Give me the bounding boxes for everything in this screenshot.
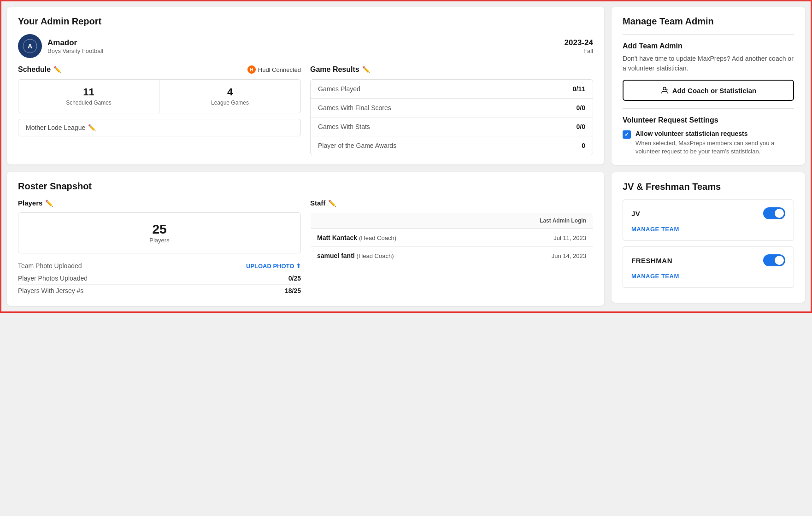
- scheduled-games-count: 11: [26, 86, 152, 98]
- volunteer-settings-heading: Volunteer Request Settings: [623, 116, 794, 124]
- team-info-row: A Amador Boys Varsity Football 2023-24 F…: [18, 34, 593, 58]
- add-coach-button-label: Add Coach or Statistician: [672, 87, 757, 94]
- jv-team-row-header: JV: [631, 207, 785, 219]
- team-logo: A: [18, 34, 42, 58]
- add-admin-desc: Don't have time to update MaxPreps? Add …: [623, 54, 794, 73]
- jv-team-name: JV: [631, 210, 640, 217]
- roster-snapshot-title: Roster Snapshot: [18, 181, 593, 192]
- checkbox-text: Allow volunteer statistician requests Wh…: [635, 130, 794, 156]
- schedule-edit-icon[interactable]: ✏️: [53, 66, 61, 73]
- players-count: 25: [28, 222, 291, 237]
- stat-jersey: Players With Jersey #s 18/25: [18, 285, 301, 297]
- svg-text:A: A: [28, 42, 32, 50]
- stat-team-photo: Team Photo Uploaded UPLOAD PHOTO ⬆: [18, 260, 301, 272]
- staff-login-1: Jun 14, 2023: [482, 247, 593, 265]
- freshman-manage-team-link[interactable]: MANAGE TEAM: [631, 273, 679, 280]
- checkbox-desc: When selected, MaxPreps members can send…: [635, 139, 794, 156]
- stat-player-photos: Player Photos Uploaded 0/25: [18, 272, 301, 285]
- staff-section: Staff ✏️ Last Admin Login: [310, 199, 593, 297]
- result-row-0: Games Played 0/11: [311, 80, 593, 99]
- game-results-heading: Game Results ✏️: [310, 65, 593, 74]
- staff-member-1: samuel fantl (Head Coach): [311, 247, 482, 265]
- scheduled-games-cell: 11 Scheduled Games: [18, 80, 159, 113]
- divider-2: [623, 108, 794, 109]
- admin-report-title: Your Admin Report: [18, 16, 593, 27]
- freshman-team-row: FRESHMAN MANAGE TEAM: [623, 246, 794, 288]
- staff-name-col-header: [311, 213, 482, 229]
- game-results-section: Game Results ✏️ Games Played 0/11 Games …: [310, 65, 593, 155]
- hudl-badge: H Hudl Connected: [247, 65, 301, 74]
- league-games-label: League Games: [211, 100, 249, 106]
- manage-team-admin-title: Manage Team Admin: [623, 16, 794, 27]
- report-body: Schedule ✏️ H Hudl Connected 11 Schedule…: [18, 65, 593, 155]
- hudl-icon: H: [247, 65, 256, 74]
- staff-login-0: Jul 11, 2023: [482, 229, 593, 247]
- result-row-3: Player of the Game Awards 0: [311, 136, 593, 155]
- staff-member-0: Matt Kantack (Head Coach): [311, 229, 482, 247]
- staff-heading: Staff ✏️: [310, 199, 593, 207]
- staff-row-1: samuel fantl (Head Coach) Jun 14, 2023: [311, 247, 593, 265]
- players-edit-icon[interactable]: ✏️: [45, 199, 53, 207]
- season-label: Fall: [565, 47, 593, 54]
- checkbox-label: Allow volunteer statistician requests: [635, 130, 794, 137]
- results-table: Games Played 0/11 Games With Final Score…: [310, 79, 593, 155]
- league-row: Mother Lode League ✏️: [18, 119, 301, 136]
- jv-freshman-card: JV & Freshman Teams JV MANAGE TEAM FRESH…: [612, 172, 805, 303]
- games-grid: 11 Scheduled Games 4 League Games: [18, 79, 301, 113]
- game-results-edit-icon[interactable]: ✏️: [362, 66, 370, 73]
- league-name: Mother Lode League: [26, 124, 85, 131]
- jv-toggle[interactable]: [763, 207, 785, 219]
- svg-point-2: [663, 87, 666, 90]
- volunteer-checkbox[interactable]: [623, 130, 631, 139]
- player-stats-list: Team Photo Uploaded UPLOAD PHOTO ⬆ Playe…: [18, 260, 301, 297]
- staff-table: Last Admin Login Matt Kantack (Head Coac…: [310, 212, 593, 265]
- jv-team-row: JV MANAGE TEAM: [623, 199, 794, 241]
- upload-photo-link[interactable]: UPLOAD PHOTO ⬆: [246, 263, 301, 270]
- result-row-1: Games With Final Scores 0/0: [311, 99, 593, 117]
- add-coach-button[interactable]: Add Coach or Statistician: [623, 80, 794, 101]
- divider-1: [623, 34, 794, 35]
- roster-body: Players ✏️ 25 Players Team Photo Uploade…: [18, 199, 593, 297]
- scheduled-games-label: Scheduled Games: [66, 100, 112, 106]
- staff-login-col-header: Last Admin Login: [482, 213, 593, 229]
- add-team-admin-heading: Add Team Admin: [623, 42, 794, 50]
- players-box: 25 Players: [18, 212, 301, 253]
- season-info: 2023-24 Fall: [565, 38, 593, 54]
- freshman-toggle[interactable]: [763, 254, 785, 266]
- admin-report-card: Your Admin Report A Amador Boys Varsity …: [7, 7, 604, 164]
- league-edit-icon[interactable]: ✏️: [88, 124, 96, 131]
- jv-manage-team-link[interactable]: MANAGE TEAM: [631, 226, 679, 233]
- players-section: Players ✏️ 25 Players Team Photo Uploade…: [18, 199, 301, 297]
- staff-edit-icon[interactable]: ✏️: [328, 199, 336, 207]
- team-subtitle: Boys Varsity Football: [47, 47, 103, 54]
- schedule-section: Schedule ✏️ H Hudl Connected 11 Schedule…: [18, 65, 301, 155]
- roster-snapshot-card: Roster Snapshot Players ✏️ 25 Players Te…: [7, 172, 604, 306]
- team-name: Amador: [47, 38, 103, 47]
- league-games-count: 4: [167, 86, 293, 98]
- freshman-team-name: FRESHMAN: [631, 257, 672, 264]
- players-heading: Players ✏️: [18, 199, 301, 207]
- staff-row-0: Matt Kantack (Head Coach) Jul 11, 2023: [311, 229, 593, 247]
- schedule-header: Schedule ✏️ H Hudl Connected: [18, 65, 301, 74]
- result-row-2: Games With Stats 0/0: [311, 117, 593, 136]
- person-add-icon: [660, 86, 669, 94]
- team-details: Amador Boys Varsity Football: [47, 38, 103, 54]
- manage-team-admin-card: Manage Team Admin Add Team Admin Don't h…: [612, 7, 805, 165]
- volunteer-checkbox-row: Allow volunteer statistician requests Wh…: [623, 130, 794, 156]
- schedule-heading: Schedule ✏️: [18, 65, 61, 74]
- league-games-cell: 4 League Games: [159, 80, 300, 113]
- jv-freshman-title: JV & Freshman Teams: [623, 182, 794, 192]
- season-year: 2023-24: [565, 38, 593, 47]
- freshman-team-row-header: FRESHMAN: [631, 254, 785, 266]
- players-count-label: Players: [28, 237, 291, 244]
